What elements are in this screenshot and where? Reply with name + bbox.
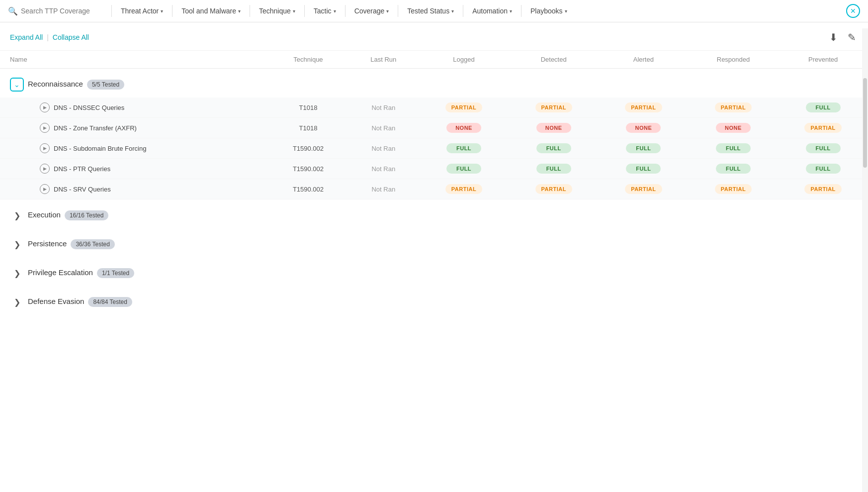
play-icon[interactable]: ▶ bbox=[40, 123, 50, 133]
group-name-defense-evasion: Defense Evasion bbox=[28, 297, 84, 305]
filter-bar: 🔍 Threat Actor ▾ Tool and Malware ▾ Tech… bbox=[0, 0, 868, 22]
tool-malware-label: Tool and Malware bbox=[181, 7, 236, 15]
status-badge-alerted: PARTIAL bbox=[625, 102, 662, 112]
technique-label: Technique bbox=[259, 7, 291, 15]
filter-automation[interactable]: Automation ▾ bbox=[467, 4, 517, 18]
page-wrapper: 🔍 Threat Actor ▾ Tool and Malware ▾ Tech… bbox=[0, 0, 868, 492]
col-detected: Detected bbox=[509, 51, 599, 69]
row-alerted: FULL bbox=[599, 138, 689, 159]
row-lastrun: Not Ran bbox=[348, 118, 419, 138]
scrollbar-track[interactable] bbox=[862, 28, 868, 492]
group-toggle-privilege-escalation[interactable]: ❯ bbox=[10, 266, 24, 280]
scrollbar-thumb[interactable] bbox=[863, 78, 867, 168]
row-detected: PARTIAL bbox=[509, 179, 599, 199]
row-name: DNS - SRV Queries bbox=[54, 186, 111, 193]
collapse-all-button[interactable]: Collapse All bbox=[53, 33, 89, 41]
status-badge-prevented: FULL bbox=[806, 102, 841, 112]
group-badge-privilege-escalation: 1/1 Tested bbox=[97, 268, 134, 278]
table-row: ▶DNS - SRV QueriesT1590.002Not RanPARTIA… bbox=[0, 179, 868, 199]
filter-technique[interactable]: Technique ▾ bbox=[254, 4, 300, 18]
filter-bar-divider bbox=[111, 5, 112, 17]
download-button[interactable]: ⬇ bbox=[827, 29, 840, 45]
row-responded: FULL bbox=[689, 138, 779, 159]
filter-tool-malware[interactable]: Tool and Malware ▾ bbox=[176, 4, 246, 18]
row-lastrun: Not Ran bbox=[348, 179, 419, 199]
filter-threat-actor[interactable]: Threat Actor ▾ bbox=[116, 4, 168, 18]
tested-status-chevron: ▾ bbox=[451, 8, 454, 14]
row-name: DNS - DNSSEC Queries bbox=[54, 104, 124, 111]
row-responded: NONE bbox=[689, 118, 779, 138]
play-icon[interactable]: ▶ bbox=[40, 102, 50, 112]
tested-status-label: Tested Status bbox=[407, 7, 449, 15]
col-prevented: Prevented bbox=[778, 51, 868, 69]
row-lastrun: Not Ran bbox=[348, 159, 419, 179]
div3 bbox=[304, 5, 305, 17]
status-badge-prevented: FULL bbox=[806, 164, 841, 174]
group-name-reconnaissance: Reconnaissance bbox=[28, 80, 83, 88]
filter-coverage[interactable]: Coverage ▾ bbox=[349, 4, 394, 18]
row-name: DNS - Zone Transfer (AXFR) bbox=[54, 124, 137, 132]
table-header-row: Name Technique Last Run Logged Detected bbox=[0, 51, 868, 69]
row-name: DNS - PTR Queries bbox=[54, 165, 110, 173]
row-detected: PARTIAL bbox=[509, 98, 599, 118]
status-badge-logged: FULL bbox=[446, 143, 481, 153]
group-name-privilege-escalation: Privilege Escalation bbox=[28, 268, 93, 277]
table-row: ▶DNS - Subdomain Brute ForcingT1590.002N… bbox=[0, 138, 868, 159]
col-lastrun: Last Run bbox=[348, 51, 419, 69]
play-icon[interactable]: ▶ bbox=[40, 164, 50, 174]
group-toggle-reconnaissance[interactable]: ⌄ bbox=[10, 78, 24, 92]
group-toggle-execution[interactable]: ❯ bbox=[10, 208, 24, 222]
expand-collapse-controls: Expand All | Collapse All bbox=[10, 33, 89, 41]
filter-playbooks[interactable]: Playbooks ▾ bbox=[525, 4, 572, 18]
status-badge-logged: FULL bbox=[446, 164, 481, 174]
status-badge-logged: NONE bbox=[446, 123, 481, 133]
status-badge-prevented: PARTIAL bbox=[804, 184, 841, 194]
group-badge-defense-evasion: 84/84 Tested bbox=[88, 297, 132, 307]
automation-label: Automation bbox=[472, 7, 508, 15]
filter-tactic[interactable]: Tactic ▾ bbox=[309, 4, 341, 18]
edit-button[interactable]: ✎ bbox=[846, 29, 858, 45]
play-icon[interactable]: ▶ bbox=[40, 184, 50, 194]
row-responded: FULL bbox=[689, 159, 779, 179]
coverage-label: Coverage bbox=[354, 7, 385, 15]
row-responded: PARTIAL bbox=[689, 98, 779, 118]
row-detected: NONE bbox=[509, 118, 599, 138]
status-badge-detected: NONE bbox=[536, 123, 571, 133]
status-badge-detected: FULL bbox=[536, 143, 571, 153]
close-filters-button[interactable]: ✕ bbox=[846, 4, 860, 18]
row-logged: NONE bbox=[419, 118, 509, 138]
status-badge-responded: FULL bbox=[716, 164, 751, 174]
status-badge-alerted: FULL bbox=[626, 164, 661, 174]
toolbar: Expand All | Collapse All ⬇ ✎ bbox=[0, 22, 868, 51]
row-alerted: NONE bbox=[599, 118, 689, 138]
group-toggle-defense-evasion[interactable]: ❯ bbox=[10, 295, 24, 309]
row-detected: FULL bbox=[509, 159, 599, 179]
tactic-chevron: ▾ bbox=[334, 8, 336, 14]
coverage-chevron: ▾ bbox=[386, 8, 389, 14]
status-badge-logged: PARTIAL bbox=[445, 184, 482, 194]
group-badge-persistence: 36/36 Tested bbox=[71, 239, 115, 249]
row-detected: FULL bbox=[509, 138, 599, 159]
row-technique: T1018 bbox=[268, 118, 348, 138]
div1 bbox=[172, 5, 173, 17]
status-badge-responded: FULL bbox=[716, 143, 751, 153]
row-technique: T1018 bbox=[268, 98, 348, 118]
expand-all-button[interactable]: Expand All bbox=[10, 33, 43, 41]
row-logged: PARTIAL bbox=[419, 179, 509, 199]
group-badge-execution: 16/16 Tested bbox=[65, 210, 109, 220]
playbooks-chevron: ▾ bbox=[565, 8, 567, 14]
threat-actor-label: Threat Actor bbox=[121, 7, 159, 15]
row-technique: T1590.002 bbox=[268, 179, 348, 199]
row-name: DNS - Subdomain Brute Forcing bbox=[54, 145, 146, 152]
div6 bbox=[463, 5, 463, 17]
technique-chevron: ▾ bbox=[293, 8, 295, 14]
search-input[interactable] bbox=[21, 7, 100, 15]
filter-tested-status[interactable]: Tested Status ▾ bbox=[402, 4, 459, 18]
main-content: Expand All | Collapse All ⬇ ✎ Name bbox=[0, 22, 868, 486]
threat-actor-chevron: ▾ bbox=[161, 8, 163, 14]
col-logged: Logged bbox=[419, 51, 509, 69]
ttp-table: Name Technique Last Run Logged Detected bbox=[0, 51, 868, 315]
group-toggle-persistence[interactable]: ❯ bbox=[10, 237, 24, 251]
play-icon[interactable]: ▶ bbox=[40, 143, 50, 153]
row-technique: T1590.002 bbox=[268, 138, 348, 159]
